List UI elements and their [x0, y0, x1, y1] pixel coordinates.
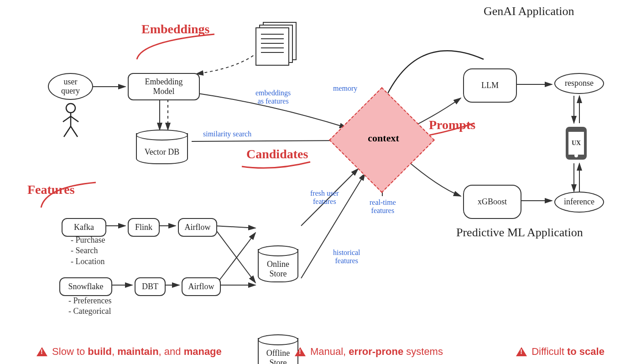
embeddings-label: Embeddings [141, 22, 209, 36]
xgboost-node: xGBoost [463, 185, 521, 219]
documents-icon [255, 22, 297, 63]
svg-line-14 [214, 228, 255, 283]
warning-scale: Difficult to scale [516, 346, 605, 358]
svg-line-23 [63, 116, 71, 122]
user-query-node: user query [48, 73, 93, 100]
warn3-t1: Difficult [532, 346, 567, 357]
airflow1-node: Airflow [178, 218, 217, 237]
genai-title: GenAI Application [484, 5, 574, 18]
warn1-t1: Slow to [52, 346, 88, 357]
airflow2-node: Airflow [182, 277, 221, 296]
features-label: Features [27, 182, 75, 197]
warn2-b: error-prone [349, 346, 403, 357]
warn1-t3: , and [159, 346, 184, 357]
historical-label: historical features [333, 249, 360, 265]
snowflake-node: Snowflake [59, 277, 112, 296]
svg-line-18 [218, 233, 255, 282]
svg-line-24 [71, 116, 78, 122]
context-node: context [329, 87, 435, 193]
svg-point-21 [66, 104, 75, 113]
fresh-label: fresh user features [310, 189, 339, 205]
warn1-b1: build [88, 346, 112, 357]
similarity-label: similarity search [203, 130, 251, 138]
inference-node: inference [554, 192, 604, 213]
context-label: context [347, 132, 420, 144]
ux-label: UX [568, 132, 584, 155]
svg-line-3 [192, 140, 342, 141]
warning-icon [36, 347, 47, 356]
user-icon [59, 103, 82, 139]
warning-slow: Slow to build, maintain, and manage [36, 346, 222, 358]
warn2-t2: systems [403, 346, 443, 357]
svg-line-13 [214, 226, 255, 228]
svg-line-25 [64, 126, 71, 137]
warn3-b: to scale [567, 346, 605, 357]
memory-label: memory [333, 84, 357, 93]
candidates-label: Candidates [246, 147, 308, 161]
embeddings-features-label: embeddings as features [255, 89, 291, 105]
online-store-node: Online Store [258, 249, 298, 282]
vector-db-node: Vector DB [136, 133, 188, 164]
warn2-t1: Manual, [310, 346, 349, 357]
ux-phone-icon: UX [566, 127, 587, 160]
warning-icon [295, 347, 306, 356]
embedding-model-node: Embedding Model [128, 73, 200, 100]
realtime-label: real-time features [370, 198, 396, 214]
footer-warnings: Slow to build, maintain, and manage Manu… [0, 346, 641, 358]
response-node: response [554, 73, 604, 94]
llm-node: LLM [463, 68, 517, 103]
svg-line-26 [71, 126, 78, 137]
warning-manual: Manual, error-prone systems [295, 346, 443, 358]
snowflake-sublist: - Preferences - Categorical [68, 296, 111, 317]
warn1-t2: , [112, 346, 117, 357]
warn1-b3: manage [184, 346, 222, 357]
dbt-node: DBT [135, 277, 166, 296]
kafka-node: Kafka [62, 218, 106, 237]
kafka-sublist: - Purchase - Search - Location [71, 235, 105, 267]
predictive-title: Predictive ML Application [456, 226, 583, 239]
warn1-b2: maintain [117, 346, 158, 357]
flink-node: Flink [128, 218, 160, 237]
warning-icon [516, 347, 527, 356]
prompts-label: Prompts [429, 118, 475, 132]
